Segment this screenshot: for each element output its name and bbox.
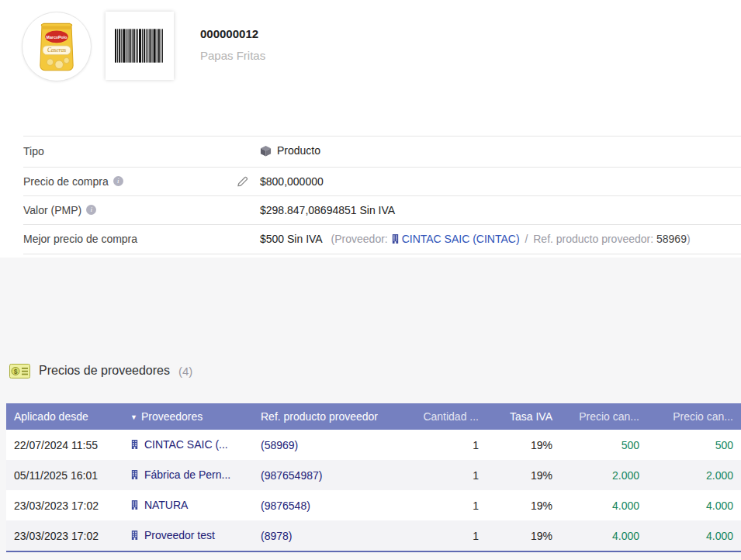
table-row: 23/03/2023 17:02 Proveedor test (8978) 1… [6, 520, 741, 551]
supplier-prices-table: Aplicado desde Proveedores Ref. producto… [6, 403, 741, 552]
svg-text:MarcoPolo: MarcoPolo [47, 35, 68, 40]
cell-supplier-ref: (987654987) [253, 460, 405, 490]
field-value-type: Producto [260, 137, 741, 168]
cell-price-2: 4.000 [647, 520, 741, 551]
info-icon [113, 176, 123, 186]
supplier-link[interactable]: Proveedor test [144, 529, 215, 541]
field-value-best-price: $500 Sin IVA (Proveedor: [260, 224, 741, 254]
best-price-supplier-link[interactable]: CINTAC SAIC (CINTAC) [402, 233, 520, 245]
barcode-bars [115, 28, 164, 64]
building-icon [130, 500, 139, 512]
supplier-ref-link[interactable]: (8978) [261, 530, 292, 542]
building-icon [130, 469, 139, 482]
building-icon [391, 233, 400, 246]
field-label-type: Tipo [23, 137, 260, 168]
cell-date: 23/03/2023 17:02 [6, 490, 123, 520]
page: MarcoPolo Caseras [0, 0, 741, 560]
sort-desc-icon [130, 413, 137, 421]
svg-text:$: $ [14, 367, 18, 375]
product-card: MarcoPolo Caseras [0, 0, 741, 258]
table-header-row: Aplicado desde Proveedores Ref. producto… [6, 403, 741, 430]
cell-vat: 19% [486, 460, 560, 490]
supplier-prices-section: $ Precios de proveedores (4) Aplicado de… [0, 258, 741, 560]
product-ref: 000000012 [200, 27, 265, 40]
cell-price-1: 500 [560, 430, 647, 460]
cell-supplier-ref: (9876548) [253, 490, 405, 520]
section-count: (4) [178, 365, 192, 378]
chips-bag-image: MarcoPolo Caseras [31, 18, 82, 75]
product-name: Papas Fritas [200, 49, 265, 62]
field-row-buy-price: Precio de compra $800,000000 [23, 167, 741, 195]
product-fields-table: Tipo Producto [23, 136, 741, 254]
field-row-type: Tipo Producto [23, 137, 741, 168]
cell-supplier: CINTAC SAIC (... [123, 430, 253, 460]
column-header-quantity[interactable]: Cantidad ... [405, 403, 486, 430]
supplier-ref-link[interactable]: (58969) [261, 439, 298, 451]
table-row: 22/07/2024 11:55 CINTAC SAIC (... (58969… [6, 430, 741, 460]
best-price-ref-value: 58969 [656, 233, 687, 245]
cell-supplier-ref: (58969) [253, 430, 405, 460]
table-row: 05/11/2025 16:01 Fábrica de Pern... (987… [6, 460, 741, 490]
money-bill-icon: $ [9, 364, 30, 379]
cell-quantity: 1 [405, 460, 486, 490]
field-row-best-price: Mejor precio de compra $500 Sin IVA (Pro… [23, 224, 741, 254]
svg-text:Caseras: Caseras [47, 47, 66, 54]
pencil-icon [237, 175, 249, 188]
cell-supplier: NATURA [123, 490, 253, 520]
edit-buy-price-button[interactable] [237, 175, 249, 188]
building-icon [130, 530, 139, 542]
field-value-buy-price: $800,000000 [260, 167, 741, 195]
cube-icon [260, 145, 272, 157]
cell-date: 22/07/2024 11:55 [6, 430, 123, 460]
cell-price-1: 4.000 [560, 520, 647, 551]
cell-supplier-ref: (8978) [253, 520, 405, 551]
field-value-pmp: $298.847,08694851 Sin IVA [260, 195, 741, 224]
column-header-applied-date[interactable]: Aplicado desde [6, 403, 123, 430]
cell-date: 05/11/2025 16:01 [6, 460, 123, 490]
cell-price-2: 2.000 [647, 460, 741, 490]
cell-quantity: 1 [405, 430, 486, 460]
cell-vat: 19% [486, 490, 560, 520]
product-photo[interactable]: MarcoPolo Caseras [22, 12, 92, 81]
cell-vat: 19% [486, 520, 560, 551]
cell-date: 23/03/2023 17:02 [6, 520, 123, 551]
field-row-pmp: Valor (PMP) $298.847,08694851 Sin IVA [23, 195, 741, 224]
product-header: MarcoPolo Caseras [22, 12, 741, 81]
section-title: Precios de proveedores [39, 364, 170, 378]
column-header-supplier-ref[interactable]: Ref. producto proveedor [253, 403, 405, 430]
field-label-best-price: Mejor precio de compra [23, 224, 260, 254]
cell-price-2: 4.000 [647, 490, 741, 520]
cell-supplier: Fábrica de Pern... [123, 460, 253, 490]
cell-price-2: 500 [647, 430, 741, 460]
building-icon [130, 439, 139, 451]
supplier-ref-link[interactable]: (9876548) [261, 500, 310, 512]
best-price-value: $500 Sin IVA [260, 233, 322, 245]
supplier-link[interactable]: Fábrica de Pern... [144, 468, 230, 481]
column-header-vat-rate[interactable]: Tasa IVA [486, 403, 560, 430]
supplier-ref-link[interactable]: (987654987) [261, 469, 322, 482]
info-icon [86, 205, 96, 215]
column-header-suppliers[interactable]: Proveedores [123, 403, 253, 430]
product-titles: 000000012 Papas Fritas [200, 12, 265, 62]
supplier-link[interactable]: NATURA [144, 499, 189, 511]
best-price-extra: (Proveedor: CINTAC SAIC (CINTAC) [325, 233, 691, 245]
table-row: 23/03/2023 17:02 NATURA (9876548) 1 19% … [6, 490, 741, 520]
barcode-image[interactable] [106, 12, 174, 80]
column-header-price-2[interactable]: Precio can... [647, 403, 741, 430]
field-label-pmp: Valor (PMP) [23, 195, 260, 224]
cell-quantity: 1 [405, 520, 486, 551]
cell-quantity: 1 [405, 490, 486, 520]
cell-price-1: 4.000 [560, 490, 647, 520]
supplier-link[interactable]: CINTAC SAIC (... [144, 438, 228, 451]
cell-supplier: Proveedor test [123, 520, 253, 551]
field-label-buy-price: Precio de compra [23, 167, 260, 195]
cell-vat: 19% [486, 430, 560, 460]
column-header-price-1[interactable]: Precio can... [560, 403, 647, 430]
section-header: $ Precios de proveedores (4) [0, 360, 741, 382]
cell-price-1: 2.000 [560, 460, 647, 490]
